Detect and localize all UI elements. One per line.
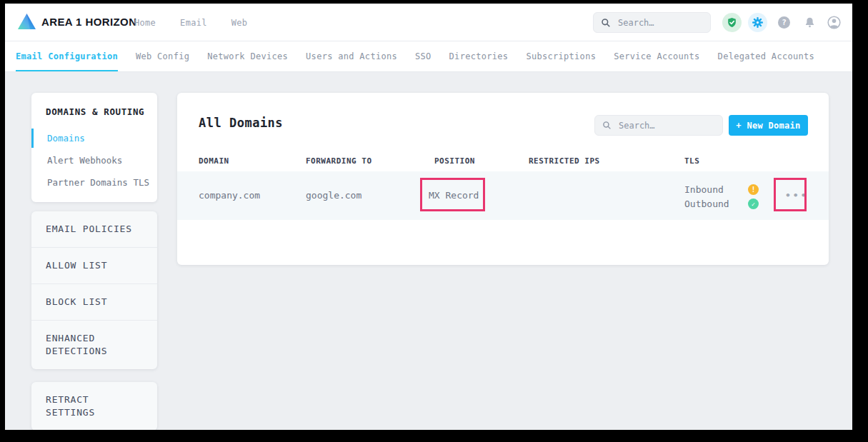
col-header-forwarding-to: FORWARDING TO <box>306 156 372 166</box>
domains-search[interactable] <box>594 115 723 136</box>
global-search-input[interactable] <box>617 17 691 29</box>
sidebar-domains-routing-card: DOMAINS & ROUTING Domains Alert Webhooks… <box>31 93 157 202</box>
account-icon <box>827 15 842 30</box>
tls-outbound-check-icon: ✓ <box>748 199 759 209</box>
top-nav-web[interactable]: Web <box>231 18 248 28</box>
cell-domain: company.com <box>199 190 260 201</box>
col-header-restricted-ips: RESTRICTED IPS <box>529 156 600 166</box>
brand-logo[interactable]: AREA 1 HORIZON <box>17 13 136 30</box>
domains-search-input[interactable] <box>617 120 706 131</box>
cell-position: MX Record <box>429 190 479 201</box>
tab-sso[interactable]: SSO <box>415 41 431 71</box>
config-tab-bar: Email Configuration Web Config Network D… <box>5 41 852 72</box>
help-button[interactable]: ? <box>774 13 794 32</box>
search-icon <box>602 121 612 130</box>
app-window: AREA 1 HORIZON Home Email Web <box>5 4 852 430</box>
col-header-position: POSITION <box>434 156 475 166</box>
panel-title: All Domains <box>199 116 283 130</box>
cell-tls-inbound-label: Inbound <box>684 184 724 195</box>
domains-table-header: DOMAIN FORWARDING TO POSITION RESTRICTED… <box>177 150 829 171</box>
top-nav: Home Email Web <box>134 4 247 41</box>
notifications-button[interactable] <box>800 13 819 32</box>
cell-tls-outbound-label: Outbound <box>684 199 729 209</box>
tls-inbound-warning-icon: ! <box>748 184 759 195</box>
sidebar-section-enhanced-detections[interactable]: ENHANCED DETECTIONS <box>31 321 137 369</box>
tab-users-and-actions[interactable]: Users and Actions <box>306 41 397 71</box>
bell-icon <box>804 16 816 29</box>
tab-service-accounts[interactable]: Service Accounts <box>614 41 699 71</box>
sidebar-section-allow-list[interactable]: ALLOW LIST <box>31 248 157 284</box>
cell-forwarding-to: google.com <box>306 190 361 201</box>
sidebar-heading-domains-routing: DOMAINS & ROUTING <box>31 104 157 127</box>
sidebar-retract-card: RETRACT SETTINGS <box>31 382 157 430</box>
search-icon <box>601 18 611 28</box>
area1-triangle-icon <box>17 13 36 30</box>
brand-name: AREA 1 HORIZON <box>41 16 136 28</box>
sidebar-section-email-policies[interactable]: EMAIL POLICIES <box>31 211 157 248</box>
tab-subscriptions[interactable]: Subscriptions <box>526 41 596 71</box>
global-search[interactable] <box>593 12 711 33</box>
tab-delegated-accounts[interactable]: Delegated Accounts <box>718 41 814 71</box>
sidebar-section-retract-settings[interactable]: RETRACT SETTINGS <box>31 382 157 430</box>
tab-web-config[interactable]: Web Config <box>136 41 189 71</box>
tab-network-devices[interactable]: Network Devices <box>207 41 288 71</box>
all-domains-panel: All Domains + New Domain DOMAIN FORWARDI… <box>177 93 829 265</box>
settings-button[interactable] <box>748 13 767 32</box>
row-actions-ellipsis-button[interactable]: ••• <box>781 189 812 201</box>
gear-icon <box>752 16 764 29</box>
sidebar-item-alert-webhooks[interactable]: Alert Webhooks <box>31 149 157 171</box>
col-header-tls: TLS <box>684 156 699 166</box>
top-nav-email[interactable]: Email <box>180 18 207 28</box>
sidebar-item-domains[interactable]: Domains <box>31 127 157 149</box>
top-bar: AREA 1 HORIZON Home Email Web <box>5 4 852 41</box>
tab-email-configuration[interactable]: Email Configuration <box>16 41 118 71</box>
col-header-domain: DOMAIN <box>199 156 229 166</box>
account-button[interactable] <box>824 13 844 32</box>
security-status-button[interactable] <box>722 13 742 32</box>
shield-check-icon <box>727 17 737 28</box>
sidebar-item-partner-domains-tls[interactable]: Partner Domains TLS <box>31 171 157 194</box>
tab-directories[interactable]: Directories <box>449 41 509 71</box>
sidebar-section-block-list[interactable]: BLOCK LIST <box>31 284 157 321</box>
sidebar-sections-card: EMAIL POLICIES ALLOW LIST BLOCK LIST ENH… <box>31 211 157 369</box>
new-domain-button[interactable]: + New Domain <box>729 115 808 136</box>
top-nav-home[interactable]: Home <box>134 18 156 28</box>
help-icon: ? <box>778 16 790 29</box>
domain-table-row[interactable]: company.com google.com MX Record Inbound… <box>177 171 829 220</box>
